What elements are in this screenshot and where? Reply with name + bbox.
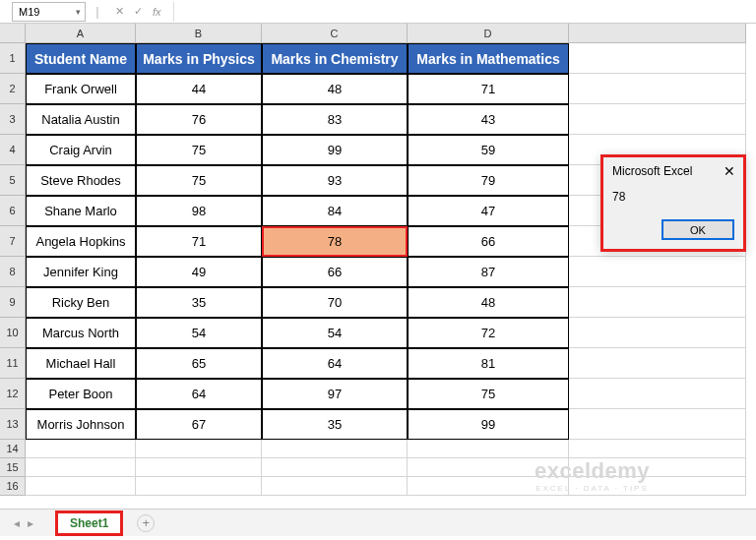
cell-physics[interactable]: 75 xyxy=(136,135,262,165)
cell-name[interactable]: Jennifer King xyxy=(26,257,136,287)
cell-chem[interactable]: 48 xyxy=(262,74,408,104)
chevron-down-icon[interactable]: ▾ xyxy=(76,7,81,17)
cell-chem[interactable]: 54 xyxy=(262,318,408,348)
row-h[interactable]: 7 xyxy=(0,226,26,257)
cell[interactable] xyxy=(569,74,746,104)
row-h[interactable]: 8 xyxy=(0,257,26,287)
cell-math[interactable]: 79 xyxy=(408,165,569,196)
cell[interactable] xyxy=(262,458,408,477)
cell[interactable] xyxy=(569,379,746,409)
cell-name[interactable]: Ricky Ben xyxy=(26,287,136,318)
cell[interactable] xyxy=(408,458,569,477)
close-icon[interactable]: ✕ xyxy=(724,165,735,177)
cell[interactable] xyxy=(569,458,746,477)
row-h[interactable]: 15 xyxy=(0,458,26,477)
next-sheet-icon[interactable]: ▸ xyxy=(28,516,33,530)
row-h[interactable]: 13 xyxy=(0,409,26,440)
cell-name[interactable]: Peter Boon xyxy=(26,379,136,409)
cell-physics[interactable]: 44 xyxy=(136,74,262,104)
row-h[interactable]: 1 xyxy=(0,43,26,74)
cell[interactable] xyxy=(569,287,746,318)
cell-chem[interactable]: 99 xyxy=(262,135,408,165)
cell-physics[interactable]: 35 xyxy=(136,287,262,318)
cell-math[interactable]: 71 xyxy=(408,74,569,104)
row-h[interactable]: 9 xyxy=(0,287,26,318)
header-chemistry[interactable]: Marks in Chemistry xyxy=(262,43,408,74)
cell[interactable] xyxy=(569,477,746,496)
cell-math[interactable]: 47 xyxy=(408,196,569,226)
cell-name[interactable]: Morris Johnson xyxy=(26,409,136,440)
cell-chem[interactable]: 83 xyxy=(262,104,408,135)
col-header-b[interactable]: B xyxy=(136,24,262,43)
cell-math[interactable]: 87 xyxy=(408,257,569,287)
row-h[interactable]: 3 xyxy=(0,104,26,135)
message-box-titlebar[interactable]: Microsoft Excel ✕ xyxy=(603,157,743,183)
ok-button[interactable]: OK xyxy=(662,219,734,240)
cell-chem[interactable]: 97 xyxy=(262,379,408,409)
formula-input[interactable] xyxy=(173,2,756,22)
cell-chem[interactable]: 84 xyxy=(262,196,408,226)
cell[interactable] xyxy=(262,440,408,458)
cell-chem[interactable]: 35 xyxy=(262,409,408,440)
cell[interactable] xyxy=(26,440,136,458)
cell[interactable] xyxy=(408,440,569,458)
cell-math[interactable]: 72 xyxy=(408,318,569,348)
add-sheet-icon[interactable]: + xyxy=(137,514,155,532)
cell-chem[interactable]: 64 xyxy=(262,348,408,379)
fx-icon[interactable]: fx xyxy=(153,6,161,18)
row-h[interactable]: 10 xyxy=(0,318,26,348)
row-h[interactable]: 5 xyxy=(0,165,26,196)
cell-physics[interactable]: 98 xyxy=(136,196,262,226)
cell-name[interactable]: Natalia Austin xyxy=(26,104,136,135)
cell-name[interactable]: Frank Orwell xyxy=(26,74,136,104)
row-h[interactable]: 4 xyxy=(0,135,26,165)
col-header-rest[interactable] xyxy=(569,24,746,43)
cell-math[interactable]: 48 xyxy=(408,287,569,318)
cell[interactable] xyxy=(136,458,262,477)
cell[interactable] xyxy=(569,257,746,287)
cell-math[interactable]: 75 xyxy=(408,379,569,409)
cell-chem[interactable]: 66 xyxy=(262,257,408,287)
cell[interactable] xyxy=(569,440,746,458)
col-header-d[interactable]: D xyxy=(408,24,569,43)
cell-physics[interactable]: 67 xyxy=(136,409,262,440)
cell[interactable] xyxy=(136,477,262,496)
header-physics[interactable]: Marks in Physics xyxy=(136,43,262,74)
row-h[interactable]: 14 xyxy=(0,440,26,458)
cell-chem[interactable]: 93 xyxy=(262,165,408,196)
row-h[interactable]: 16 xyxy=(0,477,26,496)
cell[interactable] xyxy=(136,440,262,458)
prev-sheet-icon[interactable]: ◂ xyxy=(14,516,20,530)
cell-name[interactable]: Steve Rhodes xyxy=(26,165,136,196)
cell-physics[interactable]: 54 xyxy=(136,318,262,348)
cell-math[interactable]: 99 xyxy=(408,409,569,440)
cell-physics[interactable]: 49 xyxy=(136,257,262,287)
cell-name[interactable]: Shane Marlo xyxy=(26,196,136,226)
cell-name[interactable]: Michael Hall xyxy=(26,348,136,379)
cell-name[interactable]: Angela Hopkins xyxy=(26,226,136,257)
cell-math[interactable]: 66 xyxy=(408,226,569,257)
cell-math[interactable]: 81 xyxy=(408,348,569,379)
cell-physics[interactable]: 75 xyxy=(136,165,262,196)
cell[interactable] xyxy=(569,43,746,74)
col-header-c[interactable]: C xyxy=(262,24,408,43)
header-name[interactable]: Student Name xyxy=(26,43,136,74)
cell-physics[interactable]: 71 xyxy=(136,226,262,257)
header-math[interactable]: Marks in Mathematics xyxy=(408,43,569,74)
cell[interactable] xyxy=(262,477,408,496)
select-all-corner[interactable] xyxy=(0,24,26,43)
cell-math[interactable]: 59 xyxy=(408,135,569,165)
row-h[interactable]: 12 xyxy=(0,379,26,409)
cell[interactable] xyxy=(569,104,746,135)
row-h[interactable]: 6 xyxy=(0,196,26,226)
cell-chem-highlighted[interactable]: 78 xyxy=(262,226,408,257)
cell-math[interactable]: 43 xyxy=(408,104,569,135)
row-h[interactable]: 11 xyxy=(0,348,26,379)
cell-name[interactable]: Marcus North xyxy=(26,318,136,348)
cell[interactable] xyxy=(569,348,746,379)
tab-sheet1[interactable]: Sheet1 xyxy=(55,510,123,536)
cell[interactable] xyxy=(569,318,746,348)
cell-physics[interactable]: 65 xyxy=(136,348,262,379)
cell-name[interactable]: Craig Arvin xyxy=(26,135,136,165)
cell-physics[interactable]: 76 xyxy=(136,104,262,135)
